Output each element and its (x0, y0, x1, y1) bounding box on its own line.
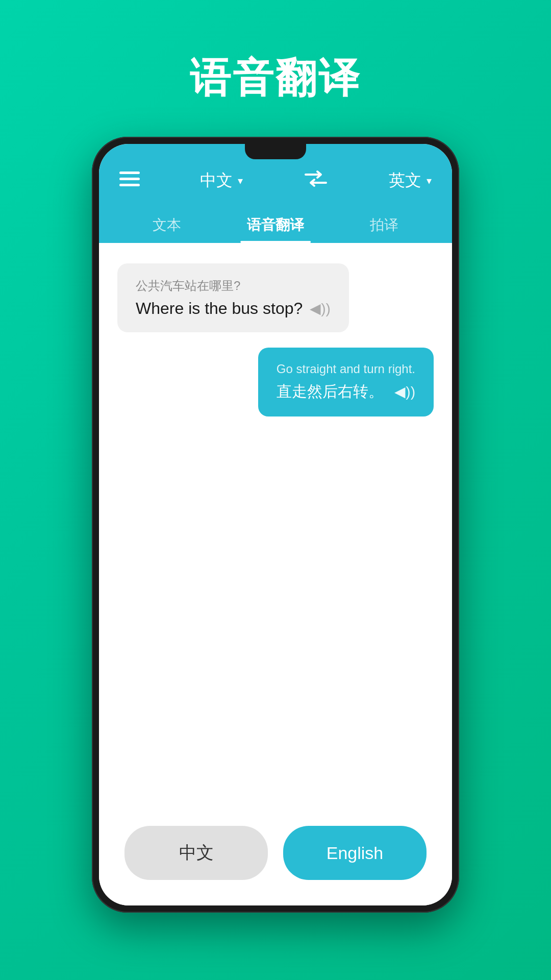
phone-screen: 中文 ▾ 英文 ▾ 文本 (99, 144, 452, 905)
source-lang-label: 中文 (200, 169, 233, 192)
svg-rect-2 (119, 184, 140, 186)
chinese-language-button[interactable]: 中文 (124, 826, 268, 880)
message-bubble-left: 公共汽车站在哪里? Where is the bus stop? ◀)) (117, 263, 349, 332)
target-lang-label: 英文 (389, 169, 421, 192)
header-nav: 中文 ▾ 英文 ▾ (119, 169, 432, 202)
chat-area: 公共汽车站在哪里? Where is the bus stop? ◀)) Go … (99, 243, 452, 811)
tab-bar: 文本 语音翻译 拍译 (119, 202, 432, 243)
page-title: 语音翻译 (190, 51, 361, 106)
english-language-button[interactable]: English (283, 826, 427, 880)
translated-text-left: Where is the bus stop? ◀)) (136, 299, 331, 318)
phone-notch (245, 144, 306, 159)
svg-rect-1 (119, 178, 140, 180)
tab-photo-translate[interactable]: 拍译 (355, 207, 414, 243)
message-bubble-right: Go straight and turn right. 直走然后右转。 ◀)) (258, 348, 434, 416)
translated-text-right: 直走然后右转。 ◀)) (277, 381, 415, 402)
speaker-icon-left[interactable]: ◀)) (310, 300, 331, 317)
original-text-right: Go straight and turn right. (277, 362, 415, 376)
tab-voice-translate[interactable]: 语音翻译 (232, 207, 319, 243)
bottom-bar: 中文 English (99, 811, 452, 905)
source-lang-dropdown-icon: ▾ (238, 175, 243, 187)
speaker-icon-right[interactable]: ◀)) (394, 383, 415, 400)
target-lang-selector[interactable]: 英文 ▾ (389, 169, 432, 192)
original-text-left: 公共汽车站在哪里? (136, 278, 331, 294)
target-lang-dropdown-icon: ▾ (427, 175, 432, 187)
phone-frame: 中文 ▾ 英文 ▾ 文本 (92, 137, 459, 913)
tab-text[interactable]: 文本 (137, 207, 196, 243)
svg-rect-0 (119, 172, 140, 174)
source-lang-selector[interactable]: 中文 ▾ (200, 169, 243, 192)
swap-languages-button[interactable] (303, 169, 329, 192)
menu-icon[interactable] (119, 170, 140, 191)
